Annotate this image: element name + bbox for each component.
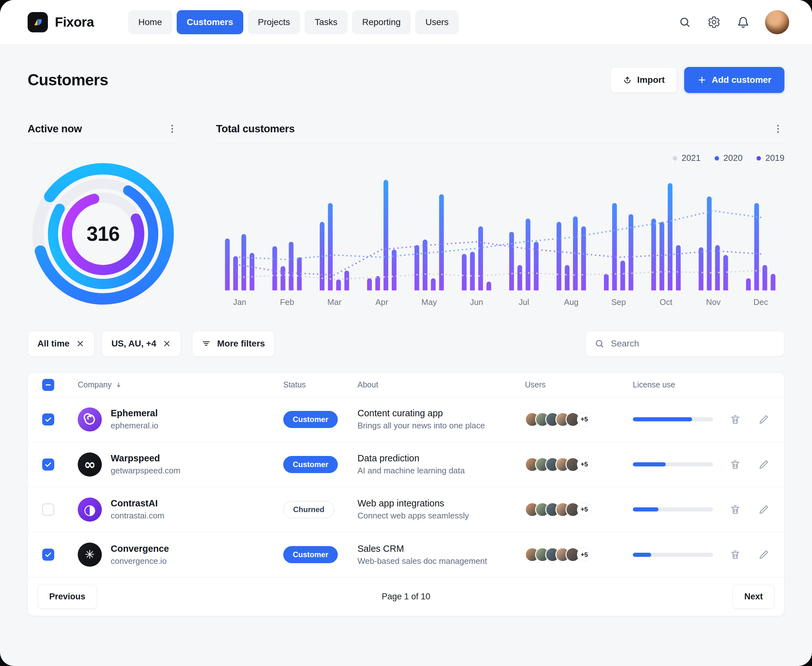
close-icon[interactable] [76, 339, 85, 348]
company-name: ContrastAI [111, 498, 164, 509]
nav-item-reporting[interactable]: Reporting [352, 10, 411, 34]
svg-text:Feb: Feb [280, 298, 294, 307]
brand-name: Fixora [55, 15, 94, 30]
import-button[interactable]: Import [610, 67, 677, 93]
total-customers-menu-button[interactable] [772, 122, 784, 135]
table-row[interactable]: Ephemeral ephemeral.io Customer Content … [28, 397, 784, 442]
delete-row-button[interactable] [728, 412, 743, 427]
status-badge: Customer [283, 456, 338, 473]
search-icon [595, 338, 604, 349]
license-progress [633, 462, 713, 467]
row-checkbox[interactable] [42, 458, 54, 471]
svg-text:Jun: Jun [470, 298, 483, 307]
select-all-checkbox[interactable] [42, 379, 54, 391]
column-header-license[interactable]: License use [633, 380, 728, 389]
users-avatars: +5 [525, 547, 633, 562]
svg-text:Apr: Apr [376, 298, 389, 307]
brand[interactable]: Fixora [28, 12, 94, 32]
nav-item-projects[interactable]: Projects [248, 10, 300, 34]
active-now-value: 316 [28, 158, 179, 309]
users-avatars: +5 [525, 502, 633, 517]
halfmoon-glyph: ◑ [84, 503, 96, 516]
table-body: Ephemeral ephemeral.io Customer Content … [28, 397, 784, 577]
legend-dot [756, 156, 761, 160]
notifications-bell-icon[interactable] [736, 15, 751, 30]
import-icon [623, 75, 632, 85]
edit-row-button[interactable] [756, 502, 771, 517]
dashboard-panels: Active now 316 Total customers [28, 122, 784, 310]
table-row[interactable]: ∞ Warpspeed getwarpspeed.com Customer Da… [28, 442, 784, 487]
delete-row-button[interactable] [728, 457, 743, 472]
previous-button[interactable]: Previous [38, 585, 97, 609]
license-progress [633, 417, 713, 421]
active-now-menu-button[interactable] [166, 122, 179, 135]
settings-gear-icon[interactable] [707, 15, 721, 30]
nav-item-customers[interactable]: Customers [177, 10, 243, 34]
legend-item: 2019 [756, 153, 784, 163]
active-now-title: Active now [28, 123, 82, 135]
users-extra-badge: +5 [577, 412, 591, 427]
edit-row-button[interactable] [756, 412, 771, 427]
pencil-icon [758, 504, 769, 515]
search-box [585, 331, 784, 357]
trash-icon [730, 459, 741, 470]
row-checkbox[interactable] [42, 549, 54, 560]
nav-item-users[interactable]: Users [415, 10, 459, 34]
company-domain: ephemeral.io [111, 421, 158, 430]
delete-row-button[interactable] [728, 502, 743, 517]
pencil-icon [758, 414, 769, 425]
header-actions: Import Add customer [610, 67, 784, 93]
search-icon[interactable] [677, 15, 692, 30]
legend-item: 2021 [673, 153, 701, 163]
row-checkbox[interactable] [42, 504, 54, 516]
trash-icon [730, 549, 741, 560]
users-extra-badge: +5 [577, 502, 591, 517]
about-title: Web app integrations [357, 498, 525, 509]
svg-text:Aug: Aug [564, 298, 578, 307]
svg-text:Mar: Mar [327, 298, 342, 307]
about-subtitle: AI and machine learning data [357, 466, 525, 476]
column-header-status[interactable]: Status [283, 380, 357, 389]
filter-bar: All time US, AU, +4 More filters [28, 331, 784, 357]
table-footer: Previous Page 1 of 10 Next [28, 577, 784, 616]
next-button[interactable]: Next [732, 585, 774, 609]
add-customer-button[interactable]: Add customer [684, 67, 784, 93]
search-input[interactable] [611, 338, 775, 349]
company-domain: convergence.io [111, 556, 169, 566]
users-extra-badge: +5 [577, 547, 591, 562]
nav-item-tasks[interactable]: Tasks [305, 10, 348, 34]
row-checkbox[interactable] [42, 414, 54, 425]
user-avatar[interactable] [765, 10, 789, 34]
total-customers-title: Total customers [216, 123, 295, 135]
filter-chip-all-time[interactable]: All time [28, 331, 94, 357]
delete-row-button[interactable] [728, 547, 743, 562]
users-extra-badge: +5 [577, 457, 591, 472]
check-icon [44, 551, 52, 559]
column-header-about[interactable]: About [357, 380, 525, 389]
trash-icon [730, 414, 741, 425]
close-icon[interactable] [162, 339, 171, 348]
infinity-glyph: ∞ [84, 458, 96, 471]
pencil-icon [758, 549, 769, 560]
company-logo: ∞ [78, 452, 102, 476]
minus-icon [44, 381, 52, 389]
svg-text:Dec: Dec [753, 298, 768, 307]
nav-item-home[interactable]: Home [128, 10, 172, 34]
top-navbar: Fixora Home Customers Projects Tasks Rep… [0, 0, 812, 45]
column-header-company[interactable]: Company [78, 380, 283, 389]
filter-chip-regions[interactable]: US, AU, +4 [102, 331, 181, 357]
table-row[interactable]: ◑ ContrastAI contrastai.com Churned Web … [28, 487, 784, 532]
status-badge: Churned [283, 501, 334, 518]
table-row[interactable]: ✳ Convergence convergence.io Customer Sa… [28, 532, 784, 577]
edit-row-button[interactable] [756, 457, 771, 472]
edit-row-button[interactable] [756, 547, 771, 562]
more-filters-button[interactable]: More filters [192, 331, 275, 357]
chart-legend: 202120202019 [216, 153, 784, 163]
primary-nav: Home Customers Projects Tasks Reporting … [128, 10, 459, 34]
company-name: Ephemeral [111, 408, 158, 419]
sort-down-icon [115, 381, 122, 389]
about-title: Data prediction [357, 453, 525, 463]
about-subtitle: Connect web apps seamlessly [357, 511, 525, 521]
column-header-users[interactable]: Users [525, 380, 633, 389]
about-title: Sales CRM [357, 544, 525, 554]
